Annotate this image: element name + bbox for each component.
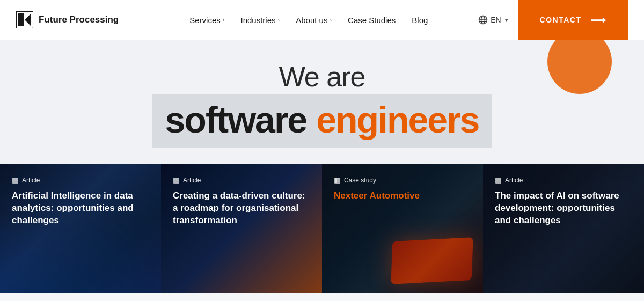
lang-chevron-icon: ▼	[504, 17, 509, 23]
card-1-content: ▤ Article Artificial Intelligence in dat…	[0, 164, 161, 293]
card-4[interactable]: ▤ Article The impact of AI on software d…	[483, 164, 644, 293]
card-1[interactable]: ▤ Article Artificial Intelligence in dat…	[0, 164, 161, 293]
nav-industries[interactable]: Industries ›	[234, 11, 286, 29]
contact-button[interactable]: CONTACT ⟶	[518, 0, 628, 40]
article-icon-2: ▤	[173, 176, 180, 185]
globe-icon	[478, 15, 488, 25]
industries-chevron-icon: ›	[278, 17, 280, 23]
about-chevron-icon: ›	[330, 17, 332, 23]
hero-title-background: software engineers	[152, 94, 492, 148]
cards-section: ▤ Article Artificial Intelligence in dat…	[0, 164, 644, 293]
card-2-content: ▤ Article Creating a data-driven culture…	[161, 164, 322, 293]
card-1-type: Article	[22, 177, 40, 184]
language-selector[interactable]: EN ▼	[472, 0, 516, 40]
card-2[interactable]: ▤ Article Creating a data-driven culture…	[161, 164, 322, 293]
card-3-type: Case study	[344, 177, 376, 184]
main-nav: Services › Industries › About us › Case …	[183, 11, 434, 29]
card-3-content: ▦ Case study Nexteer Automotive	[322, 164, 483, 293]
logo-icon	[16, 11, 33, 28]
hero-title-bold: software	[165, 99, 307, 141]
hero-title-row: software engineers	[0, 94, 644, 148]
card-4-type: Article	[505, 177, 523, 184]
header-right: EN ▼ CONTACT ⟶	[472, 0, 628, 40]
card-2-type: Article	[183, 177, 201, 184]
card-3-badge: ▦ Case study	[334, 176, 471, 185]
header: Future Processing Services › Industries …	[0, 0, 644, 40]
card-3[interactable]: ▦ Case study Nexteer Automotive	[322, 164, 483, 293]
card-1-title: Artificial Intelligence in data analytic…	[12, 190, 149, 227]
logo[interactable]: Future Processing	[16, 11, 119, 28]
services-chevron-icon: ›	[223, 17, 225, 23]
card-2-title: Creating a data-driven culture: a roadma…	[173, 190, 310, 227]
card-4-badge: ▤ Article	[495, 176, 632, 185]
card-4-title: The impact of AI on software development…	[495, 190, 632, 227]
hero-title-orange: engineers	[316, 99, 479, 141]
nav-services[interactable]: Services ›	[183, 11, 231, 29]
nav-about[interactable]: About us ›	[289, 11, 338, 29]
article-icon-3: ▤	[495, 176, 502, 185]
nav-blog[interactable]: Blog	[405, 11, 434, 29]
article-icon: ▤	[12, 176, 19, 185]
lang-label: EN	[491, 16, 501, 24]
hero-section: We are software engineers	[0, 40, 644, 164]
contact-label: CONTACT	[540, 16, 582, 24]
card-2-badge: ▤ Article	[173, 176, 310, 185]
logo-text: Future Processing	[39, 14, 119, 25]
contact-arrow-icon: ⟶	[590, 13, 607, 26]
card-4-content: ▤ Article The impact of AI on software d…	[483, 164, 644, 293]
card-3-title: Nexteer Automotive	[334, 190, 471, 202]
case-study-icon: ▦	[334, 176, 341, 185]
nav-case-studies[interactable]: Case Studies	[341, 11, 402, 29]
card-1-badge: ▤ Article	[12, 176, 149, 185]
svg-rect-1	[18, 13, 24, 26]
